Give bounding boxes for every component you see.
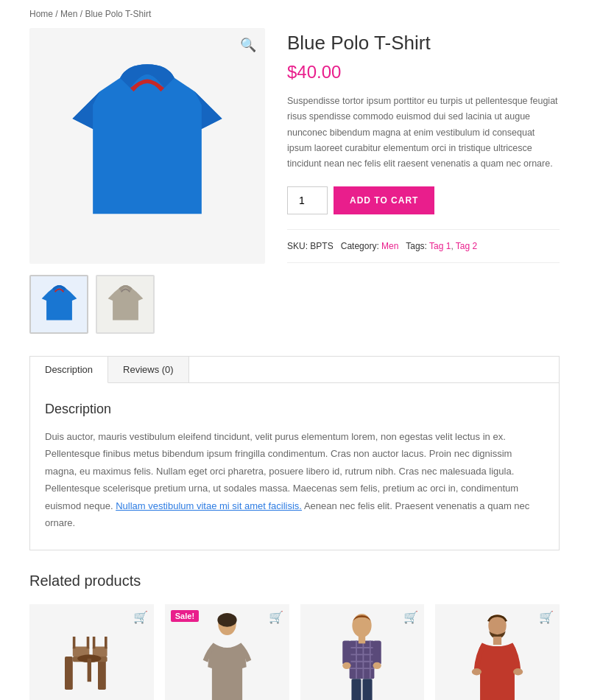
cart-icon-2[interactable]: 🛒	[269, 610, 283, 624]
svg-rect-27	[373, 640, 381, 665]
product-description: Suspendisse tortor ipsum porttitor eu tu…	[287, 94, 560, 172]
product-title: Blue Polo T-Shirt	[287, 32, 560, 55]
category-link[interactable]: Men	[381, 241, 398, 251]
svg-rect-8	[93, 637, 96, 648]
description-text: Duis auctor, mauris vestibulum eleifend …	[45, 428, 544, 531]
product-card-image-3: 🛒	[300, 604, 425, 700]
quantity-input[interactable]	[287, 186, 328, 214]
tag2-link[interactable]: Tag 2	[456, 241, 477, 251]
product-card-image-4: 🛒	[435, 604, 560, 700]
svg-rect-3	[73, 637, 76, 648]
product-info: Blue Polo T-Shirt $40.00 Suspendisse tor…	[287, 28, 560, 334]
tag1-link[interactable]: Tag 1	[429, 241, 451, 251]
svg-point-34	[472, 668, 482, 675]
product-meta: SKU: BPTS Category: Men Tags: Tag 1, Tag…	[287, 229, 560, 251]
svg-rect-0	[65, 657, 73, 690]
svg-point-29	[373, 662, 381, 668]
category-label: Category:	[341, 241, 379, 251]
thumbnail-gray[interactable]	[96, 275, 155, 334]
svg-rect-4	[87, 637, 90, 648]
svg-rect-33	[493, 637, 501, 645]
svg-point-35	[513, 668, 523, 675]
related-product-3: 🛒	[300, 604, 425, 700]
svg-point-13	[217, 613, 236, 627]
product-images: 🔍	[29, 28, 265, 334]
svg-point-28	[343, 662, 351, 668]
cart-icon-3[interactable]: 🛒	[403, 610, 418, 624]
related-grid: 🛒 Vin	[29, 604, 560, 700]
main-product-image: 🔍	[29, 28, 265, 264]
cart-icon-1[interactable]: 🛒	[133, 610, 148, 624]
svg-rect-31	[363, 679, 373, 700]
breadcrumb-home[interactable]: Home	[29, 9, 53, 19]
related-product-2: 🛒 Sale! Women Ruffl	[165, 604, 289, 700]
sku-label: SKU:	[287, 241, 308, 251]
svg-rect-11	[88, 659, 91, 682]
tab-reviews[interactable]: Reviews (0)	[108, 357, 189, 382]
thumbnail-blue[interactable]	[29, 275, 88, 334]
tshirt-svg	[59, 50, 236, 242]
add-to-cart-row: ADD TO CART	[287, 186, 560, 214]
tabs-section: Description Reviews (0) Description Duis…	[0, 356, 589, 573]
related-product-4: 🛒	[435, 604, 560, 700]
sale-badge-2: Sale!	[171, 610, 199, 622]
tab-content-description: Description Duis auctor, mauris vestibul…	[29, 383, 560, 550]
cart-icon-4[interactable]: 🛒	[539, 610, 554, 624]
add-to-cart-button[interactable]: ADD TO CART	[334, 186, 434, 214]
tags-label: Tags:	[406, 241, 427, 251]
product-price: $40.00	[287, 62, 560, 83]
svg-rect-9	[105, 637, 107, 648]
product-card-image-1: 🛒	[29, 604, 154, 700]
zoom-icon[interactable]: 🔍	[240, 37, 256, 53]
related-section: Related products 🛒	[0, 573, 589, 700]
tabs-header: Description Reviews (0)	[29, 356, 560, 383]
related-product-1: 🛒 Vin	[29, 604, 154, 700]
tab-description[interactable]: Description	[30, 357, 108, 383]
sku-value: BPTS	[310, 241, 333, 251]
product-thumbnails	[29, 275, 265, 334]
svg-rect-25	[359, 637, 365, 643]
description-heading: Description	[45, 402, 544, 417]
breadcrumb-current: Blue Polo T-Shirt	[85, 9, 151, 19]
related-title: Related products	[29, 573, 560, 589]
svg-point-16	[353, 614, 372, 637]
breadcrumb-men[interactable]: Men	[60, 9, 77, 19]
product-section: 🔍	[0, 28, 589, 356]
breadcrumb: Home / Men / Blue Polo T-Shirt	[0, 0, 589, 28]
svg-rect-30	[352, 679, 361, 700]
svg-rect-26	[343, 640, 351, 665]
product-card-image-2: 🛒 Sale!	[165, 604, 289, 700]
